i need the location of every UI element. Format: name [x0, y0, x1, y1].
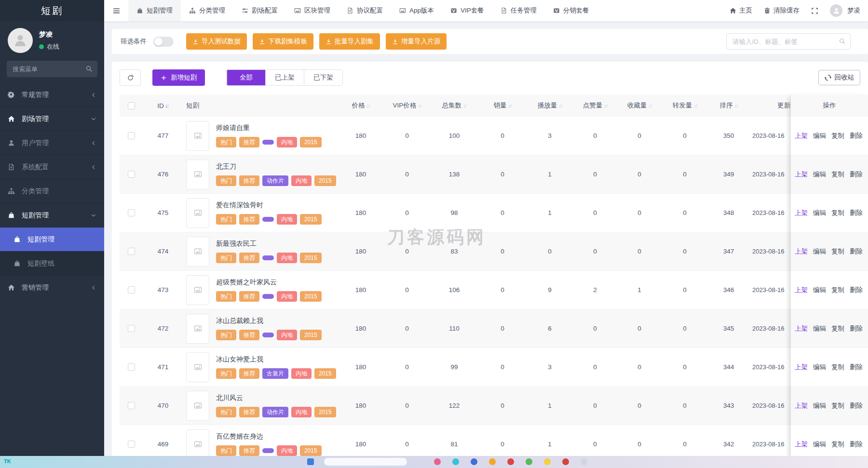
row-checkbox[interactable] [128, 402, 135, 409]
dock-app-icon[interactable] [471, 458, 477, 465]
sidebar-menu-item[interactable]: 用户管理 [0, 131, 104, 155]
sort-icons[interactable]: ↓↑ [693, 103, 697, 108]
drama-thumbnail[interactable] [186, 352, 209, 382]
publish-link[interactable]: 上架 [795, 401, 808, 410]
delete-link[interactable]: 删除 [850, 170, 863, 179]
add-drama-button[interactable]: 新增短剧 [152, 69, 205, 86]
dock-app-icon[interactable] [489, 458, 496, 465]
import-button[interactable]: 批量导入剧集 [319, 33, 380, 50]
sort-icons[interactable]: ↓↑ [508, 103, 512, 108]
dock-app-icon[interactable] [526, 458, 532, 465]
status-filter-tab[interactable]: 已下架 [304, 70, 342, 85]
sidebar-menu-item[interactable]: 剧场管理 [0, 107, 104, 131]
sidebar-menu-item[interactable]: 营销管理 [0, 276, 104, 300]
copy-link[interactable]: 复制 [831, 132, 844, 140]
row-checkbox[interactable] [128, 363, 135, 371]
nav-tab[interactable]: 短剧管理 [128, 0, 181, 21]
delete-link[interactable]: 删除 [850, 247, 863, 256]
edit-link[interactable]: 编辑 [813, 286, 826, 294]
drama-thumbnail[interactable] [186, 275, 209, 305]
delete-link[interactable]: 删除 [850, 363, 863, 372]
row-checkbox[interactable] [128, 171, 135, 178]
select-all-checkbox[interactable] [128, 102, 135, 109]
copy-link[interactable]: 复制 [831, 324, 844, 333]
copy-link[interactable]: 复制 [831, 209, 844, 217]
filter-toggle[interactable] [153, 37, 174, 47]
drama-thumbnail[interactable] [186, 391, 209, 421]
sort-icons[interactable]: ↓↑ [558, 103, 562, 108]
dock-app-icon[interactable] [562, 458, 569, 465]
status-filter-tab[interactable]: 全部 [227, 70, 265, 85]
copy-link[interactable]: 复制 [831, 286, 844, 294]
edit-link[interactable]: 编辑 [813, 401, 826, 410]
drama-thumbnail[interactable] [186, 160, 209, 189]
sort-icons[interactable]: ↓↑ [165, 103, 169, 108]
nav-tab[interactable]: 分销套餐 [545, 0, 597, 21]
sidebar-menu-item[interactable]: 常规管理 [0, 83, 104, 107]
publish-link[interactable]: 上架 [795, 286, 808, 294]
publish-link[interactable]: 上架 [795, 209, 808, 217]
copy-link[interactable]: 复制 [831, 247, 844, 256]
delete-link[interactable]: 删除 [850, 209, 863, 217]
drama-thumbnail[interactable] [186, 121, 209, 151]
row-checkbox[interactable] [128, 132, 135, 139]
recycle-bin-button[interactable]: 回收站 [818, 70, 861, 85]
drama-thumbnail[interactable] [186, 429, 209, 459]
drama-thumbnail[interactable] [186, 237, 209, 267]
row-checkbox[interactable] [128, 209, 135, 216]
menu-search-input[interactable] [7, 61, 97, 77]
refresh-button[interactable] [120, 69, 141, 86]
edit-link[interactable]: 编辑 [813, 363, 826, 372]
nav-tab[interactable]: VIP套餐 [442, 0, 492, 21]
table-search-input[interactable] [726, 33, 851, 50]
edit-link[interactable]: 编辑 [813, 324, 826, 333]
drama-thumbnail[interactable] [186, 198, 209, 228]
nav-tab[interactable]: 剧场配置 [233, 0, 286, 21]
publish-link[interactable]: 上架 [795, 132, 808, 140]
nav-tab[interactable]: 区块管理 [286, 0, 339, 21]
copy-link[interactable]: 复制 [831, 440, 844, 449]
sidebar-menu-item[interactable]: 短剧壁纸 [0, 252, 104, 276]
delete-link[interactable]: 删除 [850, 324, 863, 333]
nav-tab[interactable]: 协议配置 [339, 0, 391, 21]
sidebar-menu-item[interactable]: 系统配置 [0, 155, 104, 179]
nav-tab[interactable]: 任务管理 [492, 0, 545, 21]
dock-app-icon[interactable] [507, 458, 514, 465]
import-button[interactable]: 导入测试数据 [186, 33, 247, 50]
dock-search-pill[interactable] [324, 458, 407, 466]
drama-thumbnail[interactable] [186, 314, 209, 344]
copy-link[interactable]: 复制 [831, 363, 844, 372]
sort-icons[interactable]: ↓↑ [604, 103, 607, 108]
edit-link[interactable]: 编辑 [813, 132, 826, 140]
row-checkbox[interactable] [128, 286, 135, 294]
delete-link[interactable]: 删除 [850, 401, 863, 410]
nav-tab[interactable]: 分类管理 [181, 0, 233, 21]
row-checkbox[interactable] [128, 325, 135, 332]
row-checkbox[interactable] [128, 441, 135, 448]
edit-link[interactable]: 编辑 [813, 440, 826, 449]
edit-link[interactable]: 编辑 [813, 209, 826, 217]
sort-icons[interactable]: ↓↑ [366, 103, 370, 108]
publish-link[interactable]: 上架 [795, 170, 808, 179]
sort-icons[interactable]: ↓↑ [418, 103, 421, 108]
sort-icons[interactable]: ↓↑ [648, 103, 651, 108]
dock-app-icon[interactable] [581, 458, 587, 465]
import-button[interactable]: 下载剧集模板 [253, 33, 313, 50]
publish-link[interactable]: 上架 [795, 324, 808, 333]
home-link[interactable]: 主页 [730, 6, 752, 15]
dock-app-icon[interactable] [307, 458, 314, 465]
sort-icons[interactable]: ↓↑ [463, 103, 466, 108]
delete-link[interactable]: 删除 [850, 132, 863, 140]
edit-link[interactable]: 编辑 [813, 170, 826, 179]
delete-link[interactable]: 删除 [850, 286, 863, 294]
publish-link[interactable]: 上架 [795, 247, 808, 256]
dock-app-icon[interactable] [452, 458, 459, 465]
sidebar-menu-item[interactable]: 短剧管理 [0, 227, 104, 252]
sort-icons[interactable]: ↓↑ [734, 103, 738, 108]
dock-app-icon[interactable] [434, 458, 441, 465]
copy-link[interactable]: 复制 [831, 170, 844, 179]
row-checkbox[interactable] [128, 248, 135, 255]
dock-app-icon[interactable] [544, 458, 551, 465]
import-button[interactable]: 增量导入片源 [386, 33, 447, 50]
publish-link[interactable]: 上架 [795, 363, 808, 372]
